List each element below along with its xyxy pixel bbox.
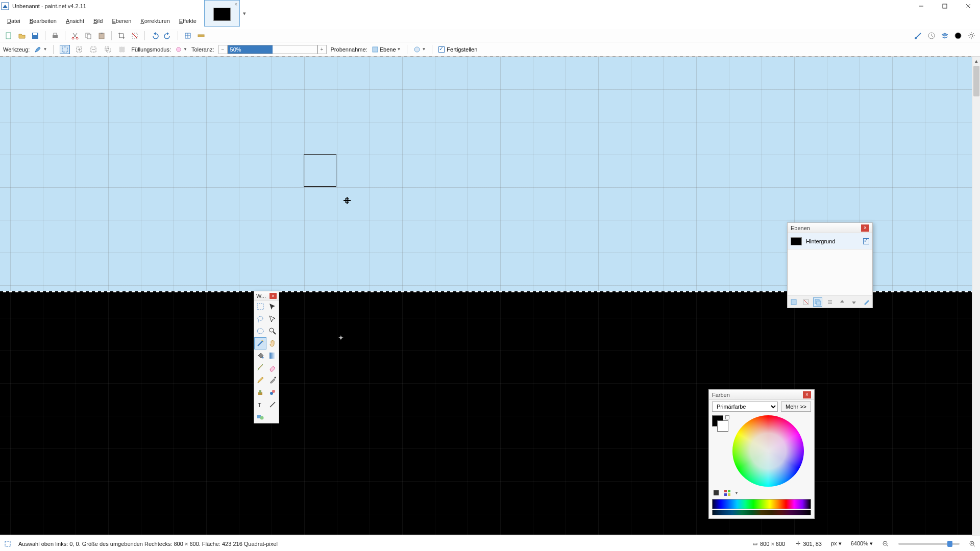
status-unit-selector[interactable]: px ▾ (831, 540, 842, 547)
secondary-color-swatch[interactable] (717, 420, 728, 432)
color-swatches[interactable] (712, 415, 729, 435)
selection-rectangle[interactable] (304, 154, 336, 187)
fill-mode-selector[interactable]: ▼ (175, 46, 187, 53)
copy-button[interactable] (83, 30, 94, 41)
layer-visible-checkbox[interactable] (863, 238, 869, 244)
redo-button[interactable] (162, 30, 174, 41)
tool-selector[interactable]: ▼ (34, 45, 47, 54)
zoom-out-icon[interactable] (882, 540, 889, 547)
colors-more-button[interactable]: Mehr >> (781, 402, 811, 412)
tools-window[interactable]: W... × T (254, 291, 279, 423)
swap-colors-icon[interactable] (725, 415, 729, 419)
layers-window[interactable]: Ebenen × Hintergrund (787, 222, 873, 308)
tolerance-slider[interactable]: 50% (228, 45, 317, 54)
color-wheel[interactable] (732, 415, 804, 487)
tool-recolor[interactable] (266, 386, 279, 398)
layer-add-button[interactable] (789, 297, 798, 307)
minimize-button[interactable] (910, 0, 933, 12)
canvas-area[interactable]: ✦ W... × T (0, 57, 980, 535)
layer-duplicate-button[interactable] (813, 297, 822, 307)
tools-panel-toggle[interactable] (913, 30, 924, 41)
document-tab-1[interactable]: × (204, 0, 240, 27)
colors-window-close[interactable]: × (803, 391, 811, 398)
tool-move-pixels[interactable] (266, 300, 279, 313)
colors-window[interactable]: Farben × Primärfarbe Mehr >> ▼ (708, 389, 815, 519)
layers-panel-toggle[interactable] (939, 30, 950, 41)
ruler-toggle-button[interactable] (195, 30, 207, 41)
history-panel-toggle[interactable] (926, 30, 937, 41)
menu-datei[interactable]: Datei (3, 17, 24, 25)
tool-rectangle-select[interactable] (254, 300, 266, 313)
open-file-button[interactable] (16, 30, 28, 41)
menu-bild[interactable]: Bild (89, 17, 107, 25)
color-mode-select[interactable]: Primärfarbe (712, 402, 778, 412)
scroll-up-icon[interactable]: ▴ (972, 57, 980, 65)
cut-button[interactable] (69, 30, 81, 41)
menu-effekte[interactable]: Effekte (175, 17, 201, 25)
layer-move-down-button[interactable] (849, 297, 859, 307)
tool-ellipse-select[interactable] (254, 325, 266, 337)
tool-eraser[interactable] (266, 362, 279, 374)
layers-window-close[interactable]: × (861, 224, 869, 232)
grid-toggle-button[interactable] (182, 30, 193, 41)
palette-dropdown-icon[interactable]: ▼ (734, 491, 739, 495)
tool-zoom[interactable] (266, 325, 279, 337)
tool-lasso-select[interactable] (254, 313, 266, 325)
close-button[interactable] (957, 0, 980, 12)
tool-color-picker[interactable] (266, 374, 279, 386)
status-zoom-value[interactable]: 6400% ▾ (851, 540, 873, 547)
tool-line[interactable] (266, 398, 279, 411)
print-button[interactable] (50, 30, 61, 41)
new-file-button[interactable] (3, 30, 14, 41)
layer-delete-button[interactable] (801, 297, 811, 307)
tool-magic-wand[interactable] (254, 337, 266, 349)
tool-pencil[interactable] (254, 374, 266, 386)
tool-paintbrush[interactable] (254, 362, 266, 374)
tolerance-increase[interactable]: + (317, 45, 327, 54)
selection-mode-add[interactable]: + (74, 45, 84, 54)
menu-ebenen[interactable]: Ebenen (108, 17, 135, 25)
tolerance-decrease[interactable]: − (218, 45, 228, 54)
zoom-slider-knob[interactable] (947, 541, 952, 547)
menu-ansicht[interactable]: Ansicht (62, 17, 88, 25)
tool-clone-stamp[interactable] (254, 386, 266, 398)
sample-scope-selector[interactable]: ▼ (413, 46, 426, 53)
tool-pan[interactable] (266, 337, 279, 349)
layer-properties-button[interactable] (862, 297, 871, 307)
document-tabs-dropdown[interactable]: ▾ (240, 0, 249, 27)
vertical-scrollbar[interactable]: ▴ (972, 57, 980, 536)
selection-mode-replace[interactable] (60, 45, 70, 54)
sample-source-selector[interactable]: Ebene ▼ (372, 46, 401, 53)
undo-button[interactable] (149, 30, 160, 41)
tools-window-title-bar[interactable]: W... × (254, 291, 279, 300)
palette-strip[interactable] (712, 499, 811, 509)
tool-shapes[interactable] (254, 411, 266, 423)
layer-row[interactable]: Hintergrund (788, 233, 872, 249)
tools-window-close[interactable]: × (270, 293, 277, 299)
tool-move-selection[interactable] (266, 313, 279, 325)
colors-window-title-bar[interactable]: Farben × (709, 390, 814, 400)
layers-window-title-bar[interactable]: Ebenen × (788, 223, 872, 233)
zoom-in-icon[interactable] (969, 540, 976, 547)
tool-paint-bucket[interactable] (254, 349, 266, 362)
crop-button[interactable] (116, 30, 127, 41)
layer-move-up-button[interactable] (838, 297, 847, 307)
colors-panel-toggle[interactable] (952, 30, 964, 41)
menu-korrekturen[interactable]: Korrekturen (136, 17, 174, 25)
palette-strip-dark[interactable] (712, 510, 811, 515)
selection-mode-intersect[interactable] (103, 45, 113, 54)
settings-button[interactable] (966, 30, 977, 41)
layer-merge-button[interactable] (825, 297, 835, 307)
vertical-scroll-thumb[interactable] (973, 66, 979, 96)
palette-manage-icon[interactable] (723, 489, 731, 497)
tab-close-icon[interactable]: × (234, 2, 237, 7)
menu-bearbeiten[interactable]: Bearbeiten (26, 17, 61, 25)
tool-gradient[interactable] (266, 349, 279, 362)
deselect-button[interactable] (129, 30, 140, 41)
selection-mode-subtract[interactable] (88, 45, 99, 54)
finish-button[interactable]: Fertigstellen (438, 46, 477, 53)
palette-add-icon[interactable] (712, 489, 720, 497)
zoom-slider[interactable] (898, 543, 960, 545)
tool-text[interactable]: T (254, 398, 266, 411)
save-button[interactable] (30, 30, 41, 41)
